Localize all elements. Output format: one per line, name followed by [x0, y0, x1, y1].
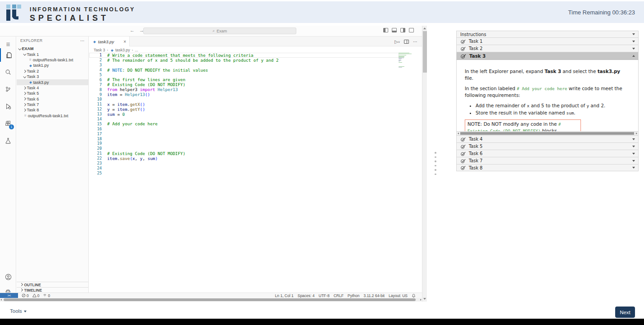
code-line[interactable]: 8from helper3 import Helper13: [89, 87, 399, 92]
scroll-up-icon[interactable]: [423, 27, 426, 29]
tab-close-icon[interactable]: ×: [123, 39, 126, 44]
code-line[interactable]: 19: [89, 141, 399, 146]
tree-item-task-1[interactable]: Task 1: [17, 51, 88, 57]
tools-dropdown[interactable]: Tools: [10, 308, 27, 314]
status-item[interactable]: UTF-8: [319, 293, 330, 298]
task-2-accordion[interactable]: Task 2: [456, 45, 639, 52]
tree-item-task-3[interactable]: Task 3: [17, 74, 88, 79]
code-line[interactable]: 16: [89, 126, 399, 131]
customize-layout-icon[interactable]: [409, 28, 414, 32]
code-line[interactable]: 20: [89, 146, 399, 151]
code-line[interactable]: 25: [89, 170, 399, 175]
command-center-search[interactable]: ⌕ Exam: [143, 27, 296, 34]
notifications-bell-icon[interactable]: [412, 293, 416, 298]
code-line[interactable]: 17: [89, 131, 399, 136]
code-line[interactable]: 5: [89, 73, 399, 78]
run-debug-icon[interactable]: [0, 100, 16, 113]
test-beaker-icon[interactable]: [0, 134, 16, 147]
problems-warnings[interactable]: 0: [32, 293, 40, 298]
code-line[interactable]: 18: [89, 136, 399, 141]
tree-item-task-4[interactable]: Task 4: [17, 85, 88, 91]
code-line[interactable]: 3: [89, 63, 399, 68]
tree-item-task-5[interactable]: Task 5: [17, 91, 88, 96]
code-line[interactable]: 12y = item.getY(): [89, 107, 399, 112]
toggle-panel-icon[interactable]: [392, 28, 397, 32]
code-line[interactable]: 6# The first few lines are given: [89, 77, 399, 82]
task-7-accordion[interactable]: Task 7: [456, 157, 639, 164]
task-8-accordion[interactable]: Task 8: [456, 164, 639, 171]
code-editor[interactable]: 1# Write a code statement that meets the…: [89, 53, 399, 175]
status-item[interactable]: Ln 1, Col 1: [275, 293, 294, 298]
code-line[interactable]: 15# Add your code here: [89, 121, 399, 126]
toggle-secondary-sidebar-icon[interactable]: [400, 28, 405, 32]
status-item[interactable]: CRLF: [334, 293, 344, 298]
outline-section[interactable]: OUTLINE: [17, 282, 88, 287]
code-line[interactable]: 11x = item.getX(): [89, 102, 399, 107]
minimap[interactable]: [399, 53, 413, 73]
code-line[interactable]: 14: [89, 117, 399, 122]
forwarded-ports[interactable]: 0: [43, 293, 50, 298]
code-line[interactable]: 22item.save(x, y, sum): [89, 156, 399, 161]
code-line[interactable]: 4# NOTE: DO NOT MODIFY the initial value…: [89, 68, 399, 73]
scroll-right-icon[interactable]: [636, 133, 637, 134]
task-3-accordion[interactable]: Task 3: [456, 52, 639, 60]
tree-item-task-2[interactable]: Task 2: [17, 69, 88, 74]
code-line[interactable]: 9item = Helper13(): [89, 92, 399, 97]
toggle-sidebar-icon[interactable]: [383, 28, 388, 32]
explorer-more-icon[interactable]: ⋯: [80, 38, 85, 43]
tree-item-task3-py[interactable]: ◆task3.py: [17, 79, 88, 85]
source-control-icon[interactable]: [0, 82, 16, 96]
code-line[interactable]: 13sum = 0: [89, 112, 399, 117]
code-line[interactable]: 2# The remainder of x and 5 should be ad…: [89, 58, 399, 63]
remote-indicator[interactable]: ><: [0, 293, 18, 298]
next-button[interactable]: Next: [615, 307, 635, 318]
code-line[interactable]: 24: [89, 165, 399, 170]
breadcrumb-file[interactable]: task3.py: [115, 48, 130, 52]
search-view-icon[interactable]: [0, 65, 16, 79]
scrollbar-thumb[interactable]: [460, 132, 634, 135]
status-item[interactable]: Python: [348, 293, 359, 298]
instructions-horizontal-scrollbar[interactable]: [456, 131, 639, 135]
task-5-accordion[interactable]: Task 5: [456, 142, 639, 150]
task-4-accordion[interactable]: Task 4: [456, 135, 639, 142]
editor-more-actions-icon[interactable]: ⋯: [413, 39, 417, 44]
code-line[interactable]: 7# Existing Code (DO NOT MODIFY): [89, 82, 399, 87]
task-1-accordion[interactable]: Task 1: [456, 37, 639, 45]
back-icon[interactable]: ←: [130, 27, 135, 33]
extensions-icon[interactable]: 1: [0, 117, 16, 130]
scrollbar-thumb[interactable]: [4, 298, 416, 301]
timeline-section[interactable]: TIMELINE: [17, 287, 88, 293]
code-line[interactable]: 10: [89, 97, 399, 102]
tree-item-task-8[interactable]: Task 8: [17, 107, 88, 113]
status-item[interactable]: Layout: US: [389, 293, 408, 298]
tab-task3-py[interactable]: ◆ task3.py ×: [89, 37, 130, 46]
tree-item-outputresult-task1-txt[interactable]: ≡outputResult-task1.txt: [17, 57, 88, 63]
split-editor-icon[interactable]: [404, 40, 409, 44]
panel-splitter-handle[interactable]: [434, 152, 437, 175]
vscode-horizontal-scrollbar[interactable]: [0, 298, 422, 302]
run-python-file-icon[interactable]: ▷˅: [395, 39, 400, 44]
explorer-icon[interactable]: [0, 48, 16, 62]
scroll-right-icon[interactable]: [420, 299, 422, 301]
scroll-left-icon[interactable]: [0, 299, 2, 301]
tree-item-outputresult-task1-txt[interactable]: ≡outputResult-task1.txt: [17, 113, 88, 119]
code-line[interactable]: 21# Existing Code (DO NOT MODIFY): [89, 151, 399, 156]
breadcrumb-symbol[interactable]: ...: [135, 48, 138, 52]
tree-item-task-7[interactable]: Task 7: [17, 102, 88, 107]
vscode-vertical-scrollbar[interactable]: [422, 26, 427, 302]
status-item[interactable]: Spaces: 4: [298, 293, 315, 298]
code-line[interactable]: 1# Write a code statement that meets the…: [89, 53, 399, 58]
status-item[interactable]: 3.11.2 64-bit: [363, 293, 385, 298]
tree-item-exam[interactable]: EXAM: [17, 46, 88, 51]
tree-item-task1-py[interactable]: ◆task1.py: [17, 63, 88, 68]
account-icon[interactable]: [0, 270, 16, 284]
tree-item-task-6[interactable]: Task 6: [17, 96, 88, 102]
scroll-down-icon[interactable]: [423, 298, 426, 300]
instructions-header[interactable]: Instructions: [456, 31, 639, 37]
scroll-left-icon[interactable]: [458, 133, 459, 134]
problems-errors[interactable]: 0: [22, 293, 29, 298]
breadcrumb-task[interactable]: Task 3: [94, 48, 105, 52]
code-line[interactable]: 23: [89, 161, 399, 166]
scrollbar-thumb[interactable]: [423, 31, 427, 73]
task-6-accordion[interactable]: Task 6: [456, 150, 639, 157]
